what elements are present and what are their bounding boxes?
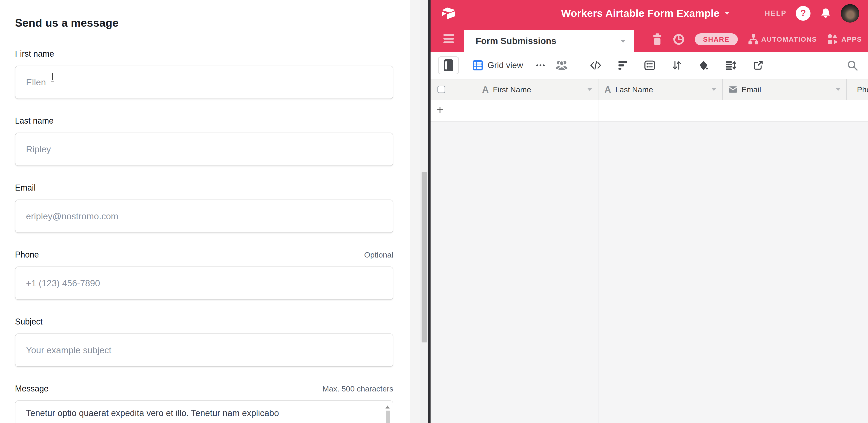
airtable-logo-icon[interactable] xyxy=(441,7,456,19)
phone-label: Phone xyxy=(15,250,39,260)
email-field-icon xyxy=(728,86,737,93)
view-more-options-icon[interactable] xyxy=(536,64,545,66)
column-header-last-name[interactable]: A Last Name xyxy=(598,80,723,100)
group-icon[interactable] xyxy=(645,60,655,70)
grid-area: A First Name A Last Name Email xyxy=(431,79,868,423)
form-heading: Send us a message xyxy=(15,17,393,29)
view-toolbar: Grid view xyxy=(431,52,868,79)
column-header-email[interactable]: Email xyxy=(723,80,847,100)
automations-icon xyxy=(748,33,758,46)
message-label: Message xyxy=(15,384,49,394)
subject-label: Subject xyxy=(15,317,42,327)
contact-form: Send us a message First name Last name E… xyxy=(15,17,393,423)
grid-view-label: Grid view xyxy=(488,61,523,70)
airtable-window: Workers Airtable Form Example HELP ? For… xyxy=(431,0,868,423)
contact-form-pane: Send us a message First name Last name E… xyxy=(0,0,410,423)
column-caret-icon[interactable] xyxy=(587,88,592,91)
collaborators-icon[interactable] xyxy=(556,60,568,71)
phone-input[interactable] xyxy=(15,267,393,300)
airtable-tabbar: Form Submissions SHARE xyxy=(431,27,868,52)
history-icon[interactable] xyxy=(672,33,685,46)
table-tab-label: Form Submissions xyxy=(476,36,556,46)
phone-optional-helper: Optional xyxy=(364,250,393,260)
share-button[interactable]: SHARE xyxy=(695,33,738,46)
column-caret-icon[interactable] xyxy=(711,88,717,91)
message-maxchars-helper: Max. 500 characters xyxy=(322,384,393,393)
automations-button[interactable]: AUTOMATIONS xyxy=(748,33,817,46)
add-record-plus[interactable]: + xyxy=(437,102,443,118)
add-record-row[interactable]: + xyxy=(431,100,868,122)
panel-toggle-icon xyxy=(444,59,453,71)
first-name-label: First name xyxy=(15,49,54,59)
grid-view-icon xyxy=(472,60,483,71)
table-tab-caret-icon[interactable] xyxy=(621,40,626,43)
last-name-label: Last name xyxy=(15,116,54,126)
first-name-input[interactable] xyxy=(15,66,393,99)
column-separator xyxy=(598,121,598,423)
notifications-bell-icon[interactable] xyxy=(820,7,832,19)
hide-fields-icon[interactable] xyxy=(590,61,601,70)
base-title-menu[interactable]: Workers Airtable Form Example xyxy=(561,7,730,19)
toolbar-divider xyxy=(578,59,578,72)
grid-header-row: A First Name A Last Name Email xyxy=(431,79,868,100)
last-name-input[interactable] xyxy=(15,132,393,166)
table-tab-form-submissions[interactable]: Form Submissions xyxy=(464,30,634,52)
field-email: Email xyxy=(15,183,393,233)
email-label: Email xyxy=(15,183,36,193)
window-split-divider[interactable] xyxy=(428,0,431,423)
column-header-phone[interactable]: Phone xyxy=(847,80,868,100)
subject-input[interactable] xyxy=(15,333,393,367)
tables-menu-icon[interactable] xyxy=(443,34,454,43)
textarea-scroll-up-icon[interactable] xyxy=(385,405,390,409)
question-circle-icon[interactable]: ? xyxy=(796,6,810,21)
field-first-name: First name xyxy=(15,49,393,99)
text-cursor-icon xyxy=(51,72,54,81)
email-input[interactable] xyxy=(15,200,393,233)
apps-icon xyxy=(827,34,839,45)
view-sidebar-toggle-button[interactable] xyxy=(438,56,459,74)
airtable-topbar: Workers Airtable Form Example HELP ? xyxy=(431,0,868,27)
column-caret-icon[interactable] xyxy=(835,88,841,91)
title-caret-icon xyxy=(724,12,730,15)
trash-icon[interactable] xyxy=(652,33,662,46)
row-height-icon[interactable] xyxy=(725,60,736,70)
field-last-name: Last name xyxy=(15,116,393,166)
text-field-icon: A xyxy=(604,85,611,94)
apps-button[interactable]: APPS xyxy=(827,34,862,45)
help-button[interactable]: HELP xyxy=(765,9,786,18)
field-message: Message Max. 500 characters Tenetur opti… xyxy=(15,384,393,423)
filter-icon[interactable] xyxy=(618,61,627,70)
base-title: Workers Airtable Form Example xyxy=(561,7,720,19)
sort-icon[interactable] xyxy=(672,60,682,70)
select-all-checkbox[interactable] xyxy=(437,86,445,93)
field-subject: Subject xyxy=(15,317,393,367)
textarea-scrollbar-thumb[interactable] xyxy=(386,411,390,423)
column-header-first-name[interactable]: A First Name xyxy=(431,80,598,100)
left-pane-scrollbar-thumb[interactable] xyxy=(422,172,427,342)
grid-view-switcher[interactable]: Grid view xyxy=(472,60,523,71)
field-phone: Phone Optional xyxy=(15,250,393,300)
text-field-icon: A xyxy=(482,85,489,94)
column-separator xyxy=(598,100,598,121)
share-view-icon[interactable] xyxy=(753,60,763,70)
color-icon[interactable] xyxy=(699,60,708,71)
message-textarea[interactable]: Tenetur optio quaerat expedita vero et i… xyxy=(15,400,393,423)
user-avatar[interactable] xyxy=(841,4,859,23)
search-icon[interactable] xyxy=(847,60,858,72)
